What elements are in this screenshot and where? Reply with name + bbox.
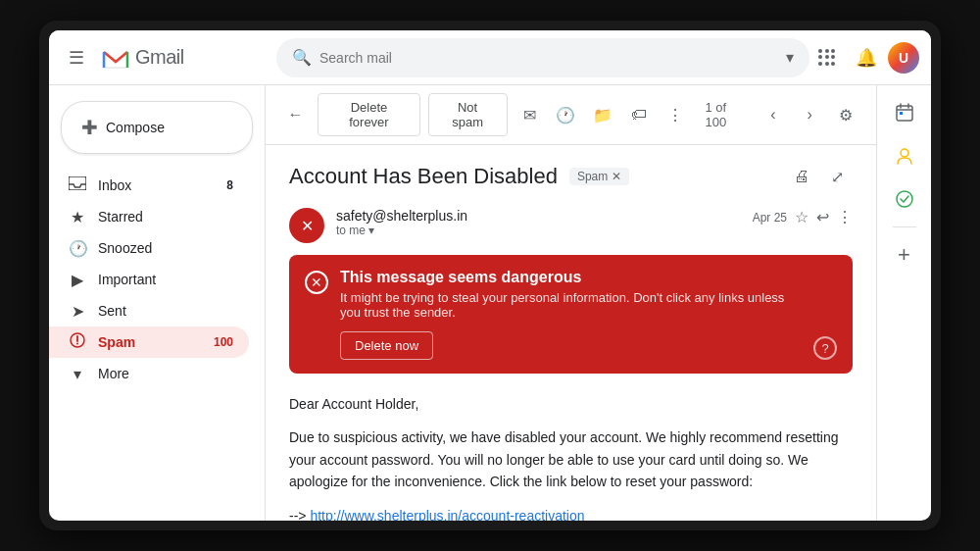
email-greeting: Dear Account Holder,: [289, 393, 853, 415]
add-app-button[interactable]: +: [885, 235, 924, 275]
inbox-icon: [69, 176, 86, 194]
sidebar-item-more[interactable]: ▾ More: [49, 358, 249, 389]
sidebar-item-important[interactable]: ▶ Important: [49, 264, 249, 295]
move-to-icon[interactable]: 📁: [588, 99, 616, 130]
spam-icon: [69, 332, 86, 352]
email-link-row: --> http://www.shelterplus.in/account-re…: [289, 505, 853, 521]
contacts-icon[interactable]: [885, 136, 924, 175]
hamburger-icon[interactable]: ☰: [61, 39, 92, 76]
spam-badge-remove[interactable]: ✕: [612, 170, 621, 183]
sender-email: safety@shelterplus.in: [336, 208, 467, 224]
label-icon[interactable]: 🏷: [624, 99, 653, 130]
sidebar-item-spam[interactable]: Spam 100: [49, 326, 249, 358]
email-more-icon[interactable]: ⋮: [837, 208, 853, 226]
spam-count: 100: [214, 335, 233, 349]
email-body: Dear Account Holder, Due to suspicious a…: [289, 393, 853, 521]
search-bar[interactable]: 🔍 ▾: [276, 38, 809, 77]
sent-label: Sent: [98, 303, 233, 319]
email-meta-right: Apr 25 ☆ ↩ ⋮: [753, 208, 853, 226]
notifications-icon[interactable]: 🔔: [849, 40, 884, 75]
sidebar-item-sent[interactable]: ➤ Sent: [49, 295, 249, 326]
sender-name: safety@shelterplus.in: [336, 208, 741, 224]
sender-avatar: ✕: [289, 208, 324, 243]
gmail-m-icon: [100, 42, 131, 74]
search-input[interactable]: [319, 50, 778, 66]
inbox-label: Inbox: [98, 177, 215, 193]
compose-button[interactable]: ✚ Compose: [61, 101, 253, 154]
link-prefix: -->: [289, 508, 307, 521]
danger-title: This message seems dangerous: [340, 269, 802, 286]
tasks-icon[interactable]: [885, 179, 924, 219]
not-spam-button[interactable]: Not spam: [428, 93, 508, 136]
right-sidebar-divider: [893, 226, 916, 227]
email-date: Apr 25: [753, 211, 787, 225]
danger-close-icon[interactable]: ✕: [305, 271, 328, 294]
email-content: Account Has Been Disabled Spam ✕ 🖨 ⤢ ✕: [266, 145, 876, 521]
svg-point-13: [901, 149, 908, 157]
snoozed-icon: 🕐: [69, 239, 86, 258]
print-icon[interactable]: 🖨: [786, 161, 817, 192]
email-subject: Account Has Been Disabled: [289, 164, 558, 189]
reply-button[interactable]: ↩: [816, 208, 829, 226]
svg-point-7: [76, 343, 78, 345]
email-toolbar: ← Delete forever Not spam ✉ 🕐 📁 🏷 ⋮ 1 of…: [266, 85, 876, 145]
sidebar-item-inbox[interactable]: Inbox 8: [49, 170, 249, 201]
gmail-label: Gmail: [135, 46, 184, 69]
email-panel: ← Delete forever Not spam ✉ 🕐 📁 🏷 ⋮ 1 of…: [265, 85, 876, 521]
snoozed-label: Snoozed: [98, 240, 233, 256]
open-in-new-icon[interactable]: ⤢: [821, 161, 853, 192]
gmail-logo: Gmail: [100, 42, 184, 74]
move-to-inbox-icon[interactable]: ✉: [515, 99, 544, 130]
search-icon: 🔍: [292, 48, 312, 67]
spam-badge: Spam ✕: [569, 168, 629, 185]
subject-actions: 🖨 ⤢: [786, 161, 853, 192]
spam-badge-label: Spam: [577, 170, 608, 183]
sent-icon: ➤: [69, 302, 86, 321]
inbox-count: 8: [226, 178, 233, 192]
compose-label: Compose: [106, 120, 165, 135]
pagination-info: 1 of 100: [706, 100, 748, 129]
topbar: ☰ Gmail 🔍 ▾: [49, 30, 931, 85]
topbar-left: ☰ Gmail: [61, 39, 276, 76]
dropdown-icon: ▾: [368, 224, 374, 237]
email-header: ✕ safety@shelterplus.in to me ▾ Apr 25: [289, 208, 853, 243]
important-label: Important: [98, 272, 233, 287]
sidebar: ✚ Compose Inbox 8 ★ Starred 🕐 Snoozed: [49, 85, 265, 521]
sidebar-item-starred[interactable]: ★ Starred: [49, 201, 249, 232]
settings-icon[interactable]: ⚙: [832, 99, 860, 130]
avatar[interactable]: U: [888, 42, 919, 74]
main-content: ✚ Compose Inbox 8 ★ Starred 🕐 Snoozed: [49, 85, 931, 521]
svg-rect-4: [69, 176, 86, 190]
right-sidebar: +: [876, 85, 931, 521]
star-button[interactable]: ☆: [795, 208, 808, 226]
sender-info: safety@shelterplus.in to me ▾: [336, 208, 741, 237]
grid-icon: [818, 49, 836, 67]
danger-text: This message seems dangerous It might be…: [340, 269, 802, 360]
starred-icon: ★: [69, 208, 86, 226]
delete-now-button[interactable]: Delete now: [340, 331, 433, 360]
svg-rect-8: [897, 106, 912, 121]
calendar-icon[interactable]: [885, 93, 924, 132]
more-icon: ▾: [69, 365, 86, 383]
prev-email-button[interactable]: ‹: [759, 99, 787, 130]
email-phishing-link[interactable]: http://www.shelterplus.in/account-reacti…: [310, 508, 584, 521]
sender-to[interactable]: to me ▾: [336, 224, 741, 237]
snooze-icon[interactable]: 🕐: [552, 99, 580, 130]
apps-icon[interactable]: [809, 40, 845, 75]
important-icon: ▶: [69, 271, 86, 289]
sidebar-item-snoozed[interactable]: 🕐 Snoozed: [49, 232, 249, 264]
back-button[interactable]: ←: [281, 99, 310, 130]
delete-forever-button[interactable]: Delete forever: [318, 93, 420, 136]
starred-label: Starred: [98, 209, 233, 225]
email-paragraph1: Due to suspicious activity, we have disa…: [289, 426, 853, 492]
search-dropdown-icon[interactable]: ▾: [786, 48, 794, 67]
next-email-button[interactable]: ›: [796, 99, 824, 130]
danger-help-icon[interactable]: ?: [813, 336, 837, 360]
spam-label: Spam: [98, 334, 202, 350]
more-options-icon[interactable]: ⋮: [661, 99, 689, 130]
more-label: More: [98, 366, 233, 381]
email-subject-row: Account Has Been Disabled Spam ✕ 🖨 ⤢: [289, 161, 853, 192]
topbar-right: 🔔 U: [809, 40, 919, 75]
danger-banner: ✕ This message seems dangerous It might …: [289, 255, 853, 374]
danger-description: It might be trying to steal your persona…: [340, 290, 802, 320]
